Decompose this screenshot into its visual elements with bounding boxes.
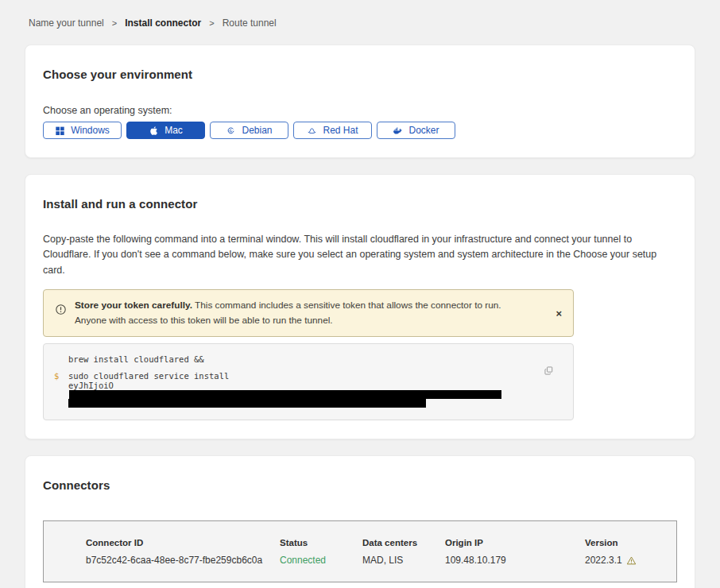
os-button-debian[interactable]: Debian [210,122,288,139]
os-select-label: Choose an operating system: [43,105,677,116]
breadcrumb-separator: > [112,18,117,28]
apple-icon [149,126,159,136]
os-button-windows[interactable]: Windows [43,122,122,139]
status-badge: Connected [280,555,362,566]
breadcrumb: Name your tunnel > Install connector > R… [25,17,695,29]
token-warning-banner: Store your token carefully. This command… [43,289,574,337]
os-button-redhat[interactable]: Red Hat [293,122,372,139]
data-centers-cell: MAD, LIS [362,555,445,566]
breadcrumb-route-tunnel[interactable]: Route tunnel [223,17,277,29]
token-line: eyJhIjoiO [68,381,541,409]
warning-text: Store your token carefully. This command… [75,298,548,328]
version-value: 2022.3.1 [585,555,622,566]
origin-ip-cell: 109.48.10.179 [445,555,585,566]
install-description: Copy-paste the following command into a … [43,232,677,278]
os-button-label: Windows [71,125,110,136]
table-header-row: Connector ID Status Data centers Origin … [86,538,660,547]
warning-triangle-icon [626,555,637,566]
alert-circle-icon [55,304,67,319]
connectors-card: Connectors Connector ID Status Data cent… [25,455,695,588]
os-button-label: Mac [165,125,183,136]
os-button-label: Docker [408,125,439,136]
redacted-token-bar [69,390,501,399]
debian-icon [226,126,236,136]
token-prefix: eyJhIjoiO [68,381,114,390]
environment-card-title: Choose your environment [43,68,677,81]
page: Name your tunnel > Install connector > R… [0,0,720,588]
os-button-label: Debian [242,125,272,136]
col-header-version: Version [585,538,660,547]
breadcrumb-name-your-tunnel[interactable]: Name your tunnel [29,17,104,29]
close-icon[interactable]: × [555,308,562,319]
connectors-table: Connector ID Status Data centers Origin … [43,520,677,582]
breadcrumb-separator: > [209,18,214,28]
redhat-icon [307,126,317,136]
install-card: Install and run a connector Copy-paste t… [25,174,695,439]
install-command-code-block: brew install cloudflared && $ sudo cloud… [43,343,574,420]
col-header-status: Status [280,538,362,547]
col-header-data-centers: Data centers [362,538,445,547]
connectors-card-title: Connectors [43,478,677,492]
os-button-label: Red Hat [323,125,358,136]
os-button-mac[interactable]: Mac [126,122,205,139]
prompt-gutter [54,381,68,409]
windows-icon [55,126,65,136]
table-row: b7c52c42-6caa-48ee-8c77-fbe259cb6c0a Con… [86,555,660,566]
connector-id-cell: b7c52c42-6caa-48ee-8c77-fbe259cb6c0a [86,555,280,566]
code-line-install: sudo cloudflared service install [68,371,229,381]
copy-icon[interactable] [543,366,554,377]
breadcrumb-install-connector[interactable]: Install connector [125,17,201,29]
col-header-connector-id: Connector ID [86,538,280,547]
code-line-brew: brew install cloudflared && [68,354,204,364]
docker-icon [393,126,403,136]
prompt-gutter [54,354,68,364]
version-cell: 2022.3.1 [585,555,660,566]
os-button-docker[interactable]: Docker [377,122,455,139]
install-card-title: Install and run a connector [43,197,677,211]
shell-prompt: $ [54,371,68,381]
environment-card: Choose your environment Choose an operat… [25,44,695,158]
col-header-origin-ip: Origin IP [445,538,585,547]
os-button-group: Windows Mac Debian Red Hat [43,122,677,139]
warning-title: Store your token carefully. [75,300,192,311]
redacted-token-bar [68,399,426,408]
